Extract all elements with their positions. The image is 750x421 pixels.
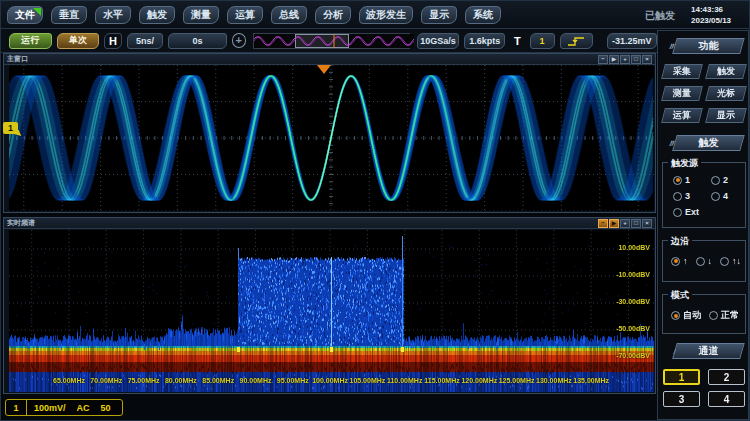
trigger-source-ext-radio[interactable]: Ext: [673, 207, 711, 217]
function-acquire-button[interactable]: 采集: [661, 64, 703, 79]
menu-item-system[interactable]: 系统: [465, 6, 501, 24]
close-button[interactable]: ×: [642, 219, 652, 228]
oscilloscope-screen: 文件垂直水平触发测量运算总线分析波形发生显示系统 已触发 14:43:36 20…: [0, 0, 750, 421]
badge-divider: [26, 400, 27, 415]
play-button[interactable]: ▶: [609, 219, 619, 228]
main-window-controls: −▶+□×: [598, 55, 652, 64]
trigger-source-ch4-radio[interactable]: 4: [711, 191, 745, 201]
trigger-section-header[interactable]: 触发: [672, 135, 745, 151]
channel-coupling: AC: [77, 403, 90, 413]
channel1-level-tag[interactable]: 1: [3, 122, 18, 134]
spectrum-window-controls: −▶+□×: [598, 219, 652, 228]
trigger-status: 已触发: [645, 9, 681, 23]
trigger-position-marker[interactable]: [317, 65, 331, 74]
menu-item-trigger[interactable]: 触发: [139, 6, 175, 24]
menu-item-analyze[interactable]: 分析: [315, 6, 351, 24]
edge-either-radio[interactable]: ↑↓: [720, 256, 741, 266]
zoom-icon[interactable]: +: [232, 33, 247, 48]
close-button[interactable]: ×: [642, 55, 652, 64]
channel-ch3-button[interactable]: 3: [663, 391, 700, 407]
menu-item-wavegen[interactable]: 波形发生: [359, 6, 413, 24]
radio-dot-icon: [671, 311, 680, 320]
channel-ch2-button[interactable]: 2: [708, 369, 745, 385]
function-button-label: 光标: [717, 87, 735, 100]
edge-rising-radio[interactable]: ↑: [671, 256, 688, 266]
trigger-source-label: 触发源: [668, 157, 701, 170]
menu-bar: 文件垂直水平触发测量运算总线分析波形发生显示系统: [1, 1, 750, 29]
radio-label: 正常: [721, 309, 739, 322]
trigger-source-group: 触发源 1234Ext: [662, 162, 746, 228]
channel-ch4-button[interactable]: 4: [708, 391, 745, 407]
function-button-label: 显示: [717, 109, 735, 122]
radio-label: ↓: [708, 256, 713, 266]
rising-edge-icon: [566, 35, 586, 47]
radio-label: Ext: [685, 207, 699, 217]
run-button[interactable]: 运行: [9, 33, 52, 49]
waveform-display[interactable]: [9, 65, 654, 211]
channel-section-header[interactable]: 通道: [672, 343, 745, 359]
radio-dot-icon: [673, 176, 682, 185]
menu-item-vertical[interactable]: 垂直: [51, 6, 87, 24]
mode-options: 自动正常: [671, 309, 739, 322]
channel-scale: 100mV/: [34, 403, 66, 413]
menu-item-math[interactable]: 运算: [227, 6, 263, 24]
trigger-level-button[interactable]: -31.25mV: [607, 33, 657, 49]
radio-dot-icon: [711, 176, 720, 185]
menu-item-display[interactable]: 显示: [421, 6, 457, 24]
maximize-button[interactable]: □: [631, 55, 641, 64]
mode-normal-radio[interactable]: 正常: [709, 309, 739, 322]
function-buttons: 采集触发测量光标运算显示: [663, 64, 745, 123]
edge-group: 边沿 ↑↓↑↓: [662, 240, 746, 282]
clock-date: 2023/05/13: [691, 15, 731, 26]
radio-dot-icon: [720, 257, 729, 266]
clock: 14:43:36 2023/05/13: [691, 4, 731, 26]
trigger-t-label: T: [510, 33, 525, 49]
edge-falling-radio[interactable]: ↓: [696, 256, 713, 266]
radio-label: 自动: [683, 309, 701, 322]
offset-button[interactable]: 0s: [168, 33, 226, 49]
trigger-edge-button[interactable]: [560, 33, 593, 49]
maximize-button[interactable]: □: [631, 219, 641, 228]
menu-item-horizontal[interactable]: 水平: [95, 6, 131, 24]
zoom-out-button[interactable]: −: [598, 219, 608, 228]
preview-canvas[interactable]: [254, 34, 414, 48]
trigger-source-ch1-radio[interactable]: 1: [673, 175, 711, 185]
mem-depth-button[interactable]: 1.6kpts: [464, 33, 505, 49]
function-button-label: 采集: [673, 65, 691, 78]
radio-dot-icon: [673, 192, 682, 201]
function-measure-button[interactable]: 测量: [661, 86, 703, 101]
trigger-source-button[interactable]: 1: [530, 33, 555, 49]
zoom-in-button[interactable]: +: [620, 219, 630, 228]
menu-item-file[interactable]: 文件: [7, 6, 43, 24]
zoom-out-button[interactable]: −: [598, 55, 608, 64]
function-cursor-button[interactable]: 光标: [705, 86, 747, 101]
function-math-button[interactable]: 运算: [661, 108, 703, 123]
trigger-source-ch2-radio[interactable]: 2: [711, 175, 745, 185]
function-trigger-button[interactable]: 触发: [705, 64, 747, 79]
channel1-badge[interactable]: 1 100mV/ AC 50: [5, 399, 123, 416]
radio-label: ↑: [683, 256, 688, 266]
trigger-source-ch3-radio[interactable]: 3: [673, 191, 711, 201]
channel-ch1-button[interactable]: 1: [663, 369, 700, 385]
function-section-header[interactable]: 功能: [672, 38, 745, 54]
channel-number: 1: [6, 403, 26, 413]
radio-dot-icon: [709, 311, 718, 320]
clock-time: 14:43:36: [691, 4, 731, 15]
function-button-label: 运算: [673, 109, 691, 122]
timebase-button[interactable]: 5ns/: [127, 33, 164, 49]
waveform-preview-strip[interactable]: [253, 33, 410, 49]
single-button[interactable]: 单次: [57, 33, 100, 49]
menu-item-bus[interactable]: 总线: [271, 6, 307, 24]
play-button[interactable]: ▶: [609, 55, 619, 64]
menu-item-measure[interactable]: 测量: [183, 6, 219, 24]
edge-label: 边沿: [668, 235, 692, 248]
spectrum-display[interactable]: [9, 230, 654, 392]
function-display-button[interactable]: 显示: [705, 108, 747, 123]
main-window-title: 主窗口: [7, 54, 28, 64]
radio-dot-icon: [671, 257, 680, 266]
function-button-label: 触发: [717, 65, 735, 78]
mode-auto-radio[interactable]: 自动: [671, 309, 701, 322]
sample-rate-button[interactable]: 10GSa/s: [417, 33, 460, 49]
zoom-in-button[interactable]: +: [620, 55, 630, 64]
spectrum-window-titlebar: 实时频谱 −▶+□×: [4, 218, 655, 229]
